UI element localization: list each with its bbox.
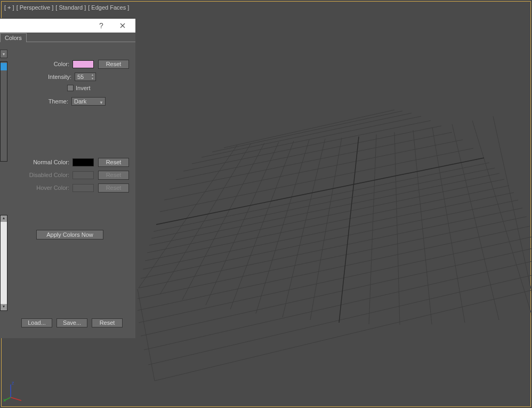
svg-line-33 bbox=[394, 132, 400, 325]
svg-line-29 bbox=[256, 140, 309, 314]
row-hover-color: Hover Color: Reset bbox=[11, 183, 129, 193]
invert-checkbox[interactable] bbox=[67, 85, 74, 91]
dialog-bottom-buttons: Load... Save... Reset bbox=[21, 318, 123, 327]
row-theme: Theme: Dark ▼ bbox=[11, 97, 129, 106]
chevron-down-icon: ▼ bbox=[99, 99, 103, 107]
viewport-menu-perspective[interactable]: [ Perspective ] bbox=[17, 4, 54, 11]
svg-line-42 bbox=[11, 397, 21, 401]
close-button[interactable] bbox=[112, 19, 133, 33]
axis-gizmo: x z bbox=[3, 380, 25, 402]
scroll-down-icon[interactable]: ▾ bbox=[1, 304, 7, 310]
theme-label: Theme: bbox=[49, 98, 68, 105]
svg-line-41 bbox=[339, 137, 359, 323]
category-list-selected[interactable] bbox=[1, 63, 7, 70]
normal-color-label: Normal Color: bbox=[33, 159, 69, 165]
category-list[interactable] bbox=[0, 61, 7, 162]
viewport-menu-plus[interactable]: [ + ] bbox=[4, 4, 14, 11]
axis-x-label: x bbox=[3, 397, 6, 402]
svg-line-39 bbox=[138, 289, 155, 381]
svg-line-11 bbox=[176, 126, 441, 180]
tab-strip: Colors bbox=[0, 33, 135, 42]
scroll-up-icon[interactable]: ▴ bbox=[1, 215, 7, 222]
color-swatch[interactable] bbox=[72, 60, 94, 68]
theme-value: Dark bbox=[74, 98, 86, 105]
svg-line-16 bbox=[224, 110, 394, 148]
reset-all-button[interactable]: Reset bbox=[92, 318, 123, 327]
viewport-menu-edged-faces[interactable]: [ Edged Faces ] bbox=[88, 4, 129, 11]
close-icon bbox=[120, 23, 125, 28]
svg-line-10 bbox=[170, 132, 452, 189]
disabled-color-label: Disabled Color: bbox=[29, 172, 69, 178]
row-color: Color: Reset bbox=[11, 59, 129, 69]
viewport-menu-standard[interactable]: [ Standard ] bbox=[55, 4, 86, 11]
svg-line-23 bbox=[155, 290, 532, 381]
apply-colors-button[interactable]: Apply Colors Now bbox=[36, 230, 103, 239]
save-button[interactable]: Save... bbox=[57, 318, 87, 327]
category-panel: ▾ ▴ ▾ bbox=[0, 50, 7, 306]
dialog-titlebar: ? bbox=[0, 19, 135, 33]
invert-label: Invert bbox=[76, 85, 91, 91]
intensity-label: Intensity: bbox=[48, 74, 71, 80]
svg-line-13 bbox=[192, 116, 421, 164]
svg-line-22 bbox=[148, 275, 532, 365]
svg-line-24 bbox=[139, 145, 237, 288]
theme-select[interactable]: Dark ▼ bbox=[71, 97, 106, 106]
normal-reset-button[interactable]: Reset bbox=[98, 158, 129, 167]
svg-line-18 bbox=[138, 226, 530, 310]
category-dropdown[interactable]: ▾ bbox=[0, 50, 7, 58]
normal-color-swatch[interactable] bbox=[72, 158, 94, 166]
disabled-color-swatch bbox=[72, 171, 94, 179]
svg-line-17 bbox=[138, 217, 527, 299]
spinner-arrows-icon[interactable]: ▴▾ bbox=[89, 73, 95, 81]
color-form: Color: Reset Intensity: 55 ▴▾ Invert The… bbox=[11, 59, 129, 239]
row-disabled-color: Disabled Color: Reset bbox=[11, 170, 129, 180]
svg-line-0 bbox=[139, 208, 522, 288]
disabled-reset-button: Reset bbox=[98, 171, 129, 180]
load-button[interactable]: Load... bbox=[21, 318, 52, 327]
svg-line-37 bbox=[472, 121, 532, 316]
svg-line-8 bbox=[160, 148, 473, 212]
description-box[interactable]: ▴ ▾ bbox=[0, 215, 7, 311]
svg-line-20 bbox=[141, 249, 532, 336]
svg-line-38 bbox=[493, 116, 532, 293]
row-intensity: Intensity: 55 ▴▾ bbox=[11, 72, 129, 82]
axis-z-label: z bbox=[12, 380, 14, 386]
svg-line-26 bbox=[182, 143, 264, 300]
row-normal-color: Normal Color: Reset bbox=[11, 157, 129, 167]
hover-color-swatch bbox=[72, 184, 94, 192]
intensity-value: 55 bbox=[77, 74, 84, 80]
row-invert: Invert bbox=[67, 85, 129, 91]
svg-line-14 bbox=[201, 113, 412, 157]
svg-line-1 bbox=[141, 200, 518, 278]
svg-line-36 bbox=[452, 124, 499, 320]
hover-color-label: Hover Color: bbox=[36, 185, 69, 191]
tab-colors[interactable]: Colors bbox=[0, 33, 27, 42]
color-label: Color: bbox=[54, 61, 69, 67]
svg-line-28 bbox=[230, 141, 294, 309]
help-button[interactable]: ? bbox=[91, 19, 112, 33]
color-reset-button[interactable]: Reset bbox=[98, 60, 129, 69]
svg-line-32 bbox=[369, 134, 376, 324]
svg-line-5 bbox=[149, 173, 499, 245]
colors-dialog: ? Colors ▾ ▴ ▾ Color: Reset Intensity: bbox=[0, 18, 135, 338]
intensity-spinner[interactable]: 55 ▴▾ bbox=[75, 73, 96, 81]
viewport-label-bar: [ + ] [ Perspective ] [ Standard ] [ Edg… bbox=[4, 4, 129, 11]
svg-line-31 bbox=[310, 138, 342, 320]
hover-reset-button: Reset bbox=[98, 183, 129, 193]
svg-line-9 bbox=[164, 140, 463, 200]
